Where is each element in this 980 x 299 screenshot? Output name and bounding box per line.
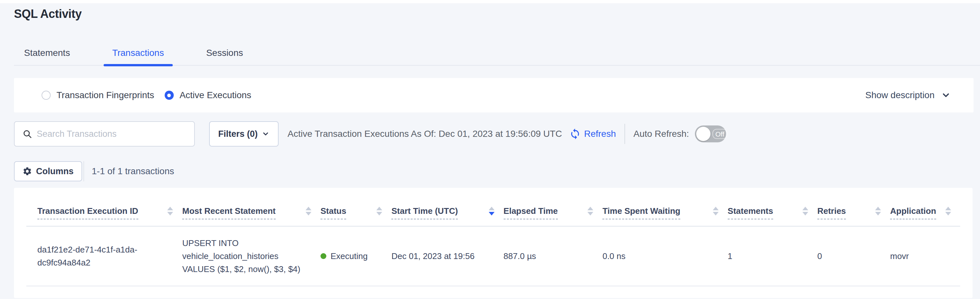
transactions-table-card: Transaction Execution ID Most Recent Sta…: [14, 188, 972, 298]
view-mode-panel: Transaction Fingerprints Active Executio…: [14, 78, 974, 112]
filter-controls-row: Filters (0) Active Transaction Execution…: [14, 121, 974, 147]
column-header-most-recent-statement[interactable]: Most Recent Statement: [182, 188, 320, 226]
status-executing-dot-icon: [320, 253, 326, 259]
show-description-label: Show description: [865, 90, 935, 101]
tab-transactions[interactable]: Transactions: [112, 41, 164, 65]
table-header-row: Transaction Execution ID Most Recent Sta…: [26, 188, 960, 226]
sort-icon: [376, 207, 382, 216]
toggle-knob: [696, 127, 711, 141]
sort-icon: [587, 207, 593, 216]
refresh-button[interactable]: Refresh: [569, 128, 616, 140]
cell-retries: 0: [817, 226, 890, 286]
cell-application: movr: [890, 226, 960, 286]
table-toolbar: Columns 1-1 of 1 transactions: [14, 161, 174, 181]
cell-statements: 1: [728, 226, 817, 286]
column-header-retries[interactable]: Retries: [817, 188, 890, 226]
top-edge-strip: [0, 0, 980, 3]
radio-label: Transaction Fingerprints: [57, 90, 154, 101]
search-icon: [22, 129, 32, 139]
radio-selected-icon: [165, 91, 174, 100]
results-count: 1-1 of 1 transactions: [92, 166, 174, 176]
column-header-elapsed-time[interactable]: Elapsed Time: [504, 188, 603, 226]
column-header-application[interactable]: Application: [890, 188, 960, 226]
cell-transaction-execution-id[interactable]: da1f21e2-de71-4c1f-a1da-dc9fc94a84a2: [26, 226, 182, 286]
radio-label: Active Executions: [180, 90, 251, 101]
tab-label: Transactions: [112, 48, 164, 58]
tab-sessions[interactable]: Sessions: [206, 41, 243, 65]
columns-button[interactable]: Columns: [14, 161, 82, 181]
sort-icon-descending-active: [489, 207, 495, 216]
vertical-divider: [83, 161, 84, 181]
cell-start-time: Dec 01, 2023 at 19:56: [391, 226, 503, 286]
tab-bar: Statements Transactions Sessions: [14, 41, 980, 66]
column-header-status[interactable]: Status: [320, 188, 391, 226]
column-header-statements[interactable]: Statements: [728, 188, 817, 226]
column-header-transaction-execution-id[interactable]: Transaction Execution ID: [26, 188, 182, 226]
sort-icon: [167, 207, 173, 216]
radio-transaction-fingerprints[interactable]: Transaction Fingerprints: [41, 90, 154, 101]
column-header-start-time[interactable]: Start Time (UTC): [391, 188, 503, 226]
view-mode-radio-group: Transaction Fingerprints Active Executio…: [41, 90, 251, 101]
auto-refresh-toggle[interactable]: Off: [695, 125, 726, 142]
radio-unselected-icon: [41, 91, 51, 100]
vertical-divider: [624, 124, 625, 144]
sort-icon: [945, 207, 951, 216]
as-of-timestamp: Active Transaction Executions As Of: Dec…: [288, 129, 562, 139]
columns-label: Columns: [36, 166, 74, 176]
cell-time-spent-waiting: 0.0 ns: [602, 226, 727, 286]
column-header-time-spent-waiting[interactable]: Time Spent Waiting: [602, 188, 727, 226]
cell-most-recent-statement: UPSERT INTO vehicle_location_histories V…: [182, 226, 320, 286]
filters-button[interactable]: Filters (0): [209, 121, 278, 147]
refresh-icon: [569, 128, 581, 140]
gear-icon: [22, 166, 32, 176]
toggle-state-label: Off: [713, 129, 727, 139]
radio-active-executions[interactable]: Active Executions: [165, 90, 251, 101]
sort-icon: [713, 207, 719, 216]
chevron-down-icon: [262, 130, 269, 138]
search-input[interactable]: [37, 129, 194, 139]
status-label: Executing: [331, 249, 368, 262]
sort-icon: [305, 207, 312, 216]
transactions-table: Transaction Execution ID Most Recent Sta…: [26, 188, 960, 286]
sort-icon: [875, 207, 881, 216]
refresh-label: Refresh: [584, 129, 616, 139]
show-description-button[interactable]: Show description: [865, 90, 951, 101]
sort-icon: [802, 207, 808, 216]
auto-refresh-label: Auto Refresh:: [633, 129, 689, 139]
tab-statements[interactable]: Statements: [24, 41, 70, 65]
tab-label: Sessions: [206, 48, 243, 58]
tab-label: Statements: [24, 48, 70, 58]
page-title: SQL Activity: [14, 7, 81, 21]
table-row[interactable]: da1f21e2-de71-4c1f-a1da-dc9fc94a84a2 UPS…: [26, 226, 960, 286]
cell-elapsed-time: 887.0 µs: [504, 226, 603, 286]
search-box[interactable]: [14, 121, 195, 147]
chevron-down-icon: [941, 90, 951, 100]
cell-status: Executing: [320, 226, 391, 286]
filters-label: Filters (0): [218, 129, 258, 139]
